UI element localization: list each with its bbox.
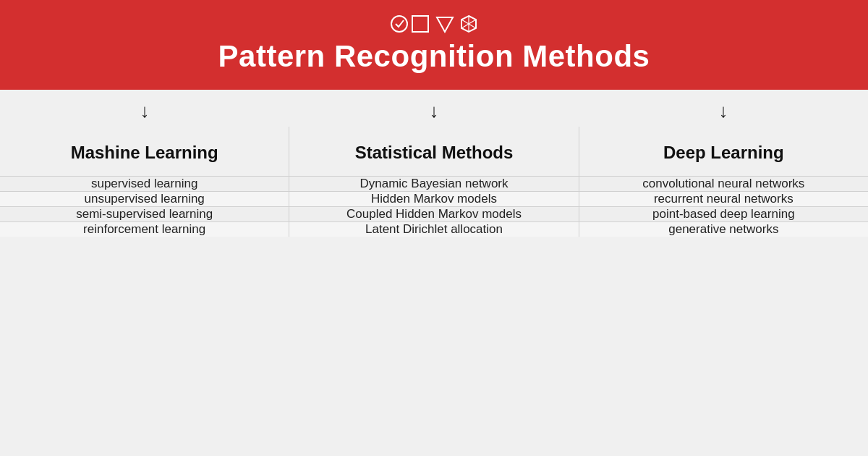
column-items-statistical-methods: Dynamic Bayesian networkHidden Markov mo… <box>289 176 578 237</box>
column-statistical-methods: Statistical MethodsDynamic Bayesian netw… <box>289 127 579 237</box>
column-item-machine-learning-0: supervised learning <box>0 176 289 191</box>
column-header-machine-learning: Mashine Learning <box>0 127 289 176</box>
column-items-machine-learning: supervised learningunsupervised learning… <box>0 176 289 237</box>
column-items-deep-learning: convolutional neural networksrecurrent n… <box>579 176 868 237</box>
column-item-machine-learning-2: semi-supervised learning <box>0 206 289 221</box>
column-item-deep-learning-1: recurrent neural networks <box>579 191 868 206</box>
column-item-machine-learning-3: reinforcement learning <box>0 221 289 237</box>
columns-container: Mashine Learningsupervised learningunsup… <box>0 127 868 237</box>
arrow-cell-2: ↓ <box>579 100 868 122</box>
svg-point-0 <box>391 16 407 32</box>
column-item-deep-learning-2: point-based deep learning <box>579 206 868 221</box>
arrows-row: ↓ ↓ ↓ <box>0 90 868 127</box>
header: Pattern Recognition Methods <box>0 0 868 90</box>
column-item-statistical-methods-1: Hidden Markov models <box>289 191 578 206</box>
column-item-statistical-methods-2: Coupled Hidden Markov models <box>289 206 578 221</box>
arrow-cell-1: ↓ <box>289 100 579 122</box>
header-icons <box>0 13 868 35</box>
column-item-deep-learning-3: generative networks <box>579 221 868 237</box>
column-deep-learning: Deep Learningconvolutional neural networ… <box>579 127 868 237</box>
svg-rect-1 <box>412 16 428 32</box>
column-header-deep-learning: Deep Learning <box>579 127 868 176</box>
page-title: Pattern Recognition Methods <box>0 39 868 74</box>
column-item-machine-learning-1: unsupervised learning <box>0 191 289 206</box>
column-item-deep-learning-0: convolutional neural networks <box>579 176 868 191</box>
column-header-statistical-methods: Statistical Methods <box>289 127 578 176</box>
column-machine-learning: Mashine Learningsupervised learningunsup… <box>0 127 289 237</box>
column-item-statistical-methods-0: Dynamic Bayesian network <box>289 176 578 191</box>
column-item-statistical-methods-3: Latent Dirichlet allocation <box>289 221 578 237</box>
svg-marker-2 <box>437 17 453 32</box>
arrow-cell-0: ↓ <box>0 100 289 122</box>
